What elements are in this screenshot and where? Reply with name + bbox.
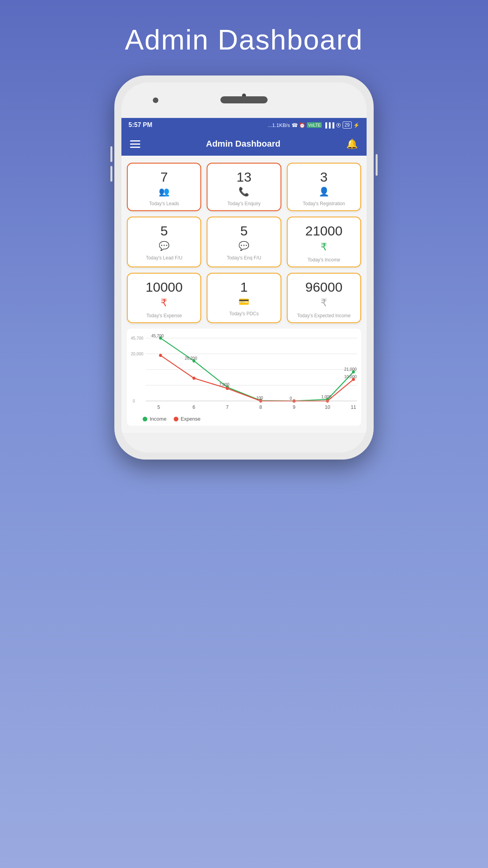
phone-speaker <box>220 96 268 103</box>
svg-text:11: 11 <box>351 405 356 410</box>
svg-text:10: 10 <box>325 405 330 410</box>
enq-fu-icon: 💬 <box>238 241 249 251</box>
enquiry-number: 13 <box>237 170 251 184</box>
svg-text:45,700: 45,700 <box>131 336 143 340</box>
page-title: Admin Dashboard <box>125 24 363 56</box>
expected-income-number: 96000 <box>305 280 343 294</box>
expected-income-label: Today's Expected Income <box>297 313 350 318</box>
card-lead-fu[interactable]: 5 💬 Today's Lead F/U <box>127 217 201 267</box>
svg-text:9: 9 <box>293 405 295 410</box>
svg-text:45,700: 45,700 <box>151 334 164 338</box>
status-bar: 5:57 PM ...1.1KB/s ☎ ⏰ VoLTE ▐▐▐ ⦿ 29⚡ <box>121 118 367 132</box>
registration-number: 3 <box>320 170 328 184</box>
chart-area: 45,700 20,000 0 <box>131 334 357 413</box>
svg-text:7: 7 <box>226 405 229 410</box>
income-rupee-icon: ₹ <box>321 241 327 253</box>
card-expected-income[interactable]: 96000 ₹ Today's Expected Income <box>287 273 361 323</box>
income-legend-dot <box>143 417 147 421</box>
leads-label: Today's Leads <box>149 201 179 206</box>
expense-legend-label: Expense <box>181 416 201 422</box>
expense-legend: Expense <box>174 416 201 422</box>
income-label: Today's Income <box>308 257 340 263</box>
enq-fu-number: 5 <box>240 224 248 238</box>
expense-label: Today's Expense <box>146 313 182 318</box>
header-title: Admin Dashboard <box>206 139 280 149</box>
enq-fu-label: Today's Enq F/U <box>227 255 261 261</box>
card-leads[interactable]: 7 👥 Today's Leads <box>127 163 201 211</box>
expense-legend-dot <box>174 417 178 421</box>
svg-text:8: 8 <box>259 405 262 410</box>
pdcs-icon: 💳 <box>238 297 249 307</box>
card-registration[interactable]: 3 👤 Today's Registration <box>287 163 361 211</box>
enquiry-icon: 📞 <box>238 187 249 197</box>
expense-rupee-icon: ₹ <box>161 297 167 309</box>
lead-fu-icon: 💬 <box>159 241 169 251</box>
income-legend-label: Income <box>150 416 167 422</box>
income-number: 21000 <box>305 224 343 238</box>
card-enq-fu[interactable]: 5 💬 Today's Enq F/U <box>207 217 281 267</box>
card-expense[interactable]: 10000 ₹ Today's Expense <box>127 273 201 323</box>
expected-income-rupee-icon: ₹ <box>321 297 327 309</box>
svg-text:6: 6 <box>193 405 195 410</box>
status-icons: ...1.1KB/s ☎ ⏰ VoLTE ▐▐▐ ⦿ 29⚡ <box>268 121 360 129</box>
lead-fu-number: 5 <box>160 224 168 238</box>
registration-label: Today's Registration <box>303 201 345 206</box>
phone-frame: 5:57 PM ...1.1KB/s ☎ ⏰ VoLTE ▐▐▐ ⦿ 29⚡ A… <box>114 75 374 460</box>
income-legend: Income <box>143 416 167 422</box>
phone-top-notch <box>121 83 367 118</box>
cards-grid: 7 👥 Today's Leads 13 📞 Today's Enquiry 3… <box>127 163 361 323</box>
svg-point-24 <box>226 387 229 390</box>
svg-point-22 <box>159 354 162 357</box>
card-income[interactable]: 21000 ₹ Today's Income <box>287 217 361 267</box>
app-header: Admin Dashboard 🔔 <box>121 132 367 156</box>
dashboard-content: 7 👥 Today's Leads 13 📞 Today's Enquiry 3… <box>121 156 367 433</box>
expense-number: 10000 <box>145 280 183 294</box>
proximity-sensor <box>153 97 158 103</box>
svg-text:1,000: 1,000 <box>321 394 331 399</box>
svg-text:0: 0 <box>133 399 135 403</box>
svg-text:10,000: 10,000 <box>344 374 357 379</box>
volume-up-button[interactable] <box>110 146 112 162</box>
chart-legend: Income Expense <box>131 416 357 422</box>
power-button[interactable] <box>376 154 378 176</box>
volume-down-button[interactable] <box>110 166 112 182</box>
svg-text:0: 0 <box>290 396 292 401</box>
chart-svg: 45,700 20,000 0 <box>131 334 357 413</box>
pdcs-label: Today's PDCs <box>229 311 259 316</box>
svg-text:26,200: 26,200 <box>185 356 197 360</box>
svg-text:5: 5 <box>157 405 160 410</box>
menu-button[interactable] <box>130 140 140 148</box>
card-pdcs[interactable]: 1 💳 Today's PDCs <box>207 273 281 323</box>
phone-bottom <box>121 433 367 452</box>
card-enquiry[interactable]: 13 📞 Today's Enquiry <box>207 163 281 211</box>
enquiry-label: Today's Enquiry <box>227 201 261 206</box>
screen: 5:57 PM ...1.1KB/s ☎ ⏰ VoLTE ▐▐▐ ⦿ 29⚡ A… <box>121 118 367 433</box>
status-time: 5:57 PM <box>128 121 152 129</box>
leads-number: 7 <box>160 170 168 184</box>
svg-point-23 <box>193 377 196 380</box>
registration-icon: 👤 <box>319 187 329 197</box>
lead-fu-label: Today's Lead F/U <box>146 255 182 261</box>
pdcs-number: 1 <box>240 280 248 294</box>
bell-icon[interactable]: 🔔 <box>346 138 358 149</box>
leads-icon: 👥 <box>159 187 169 197</box>
svg-text:20,000: 20,000 <box>131 351 143 356</box>
chart-section: 45,700 20,000 0 <box>127 329 361 426</box>
svg-text:21,000: 21,000 <box>344 367 357 371</box>
